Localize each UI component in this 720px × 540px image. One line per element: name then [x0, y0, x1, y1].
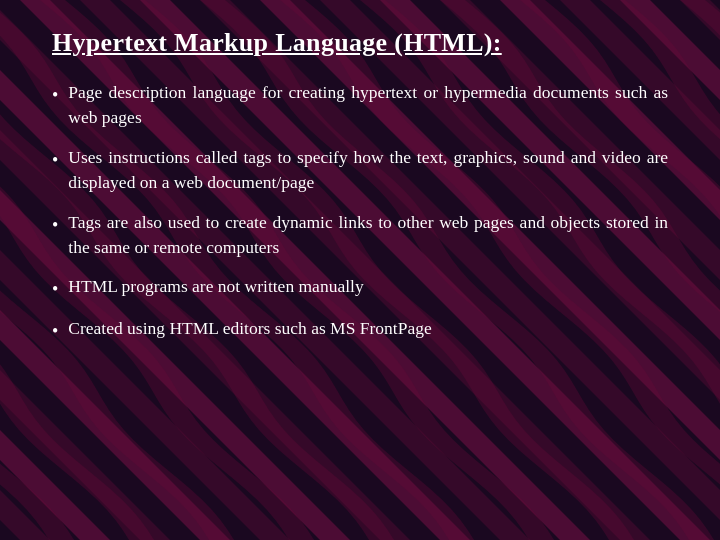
bullet-dot: • — [52, 147, 58, 173]
bullet-text-3: Tags are also used to create dynamic lin… — [68, 210, 668, 261]
slide-container: Hypertext Markup Language (HTML): •Page … — [0, 0, 720, 540]
bullet-item-3: •Tags are also used to create dynamic li… — [52, 210, 668, 261]
bullet-dot: • — [52, 82, 58, 108]
bullet-dot: • — [52, 318, 58, 344]
slide-title: Hypertext Markup Language (HTML): — [52, 28, 668, 58]
bullet-list: •Page description language for creating … — [52, 80, 668, 344]
bullet-dot: • — [52, 276, 58, 302]
bullet-text-4: HTML programs are not written manually — [68, 274, 668, 299]
bullet-item-1: •Page description language for creating … — [52, 80, 668, 131]
bullet-item-4: •HTML programs are not written manually — [52, 274, 668, 302]
bullet-item-2: •Uses instructions called tags to specif… — [52, 145, 668, 196]
bullet-text-5: Created using HTML editors such as MS Fr… — [68, 316, 668, 341]
bullet-text-1: Page description language for creating h… — [68, 80, 668, 131]
bullet-text-2: Uses instructions called tags to specify… — [68, 145, 668, 196]
bullet-dot: • — [52, 212, 58, 238]
bullet-item-5: •Created using HTML editors such as MS F… — [52, 316, 668, 344]
